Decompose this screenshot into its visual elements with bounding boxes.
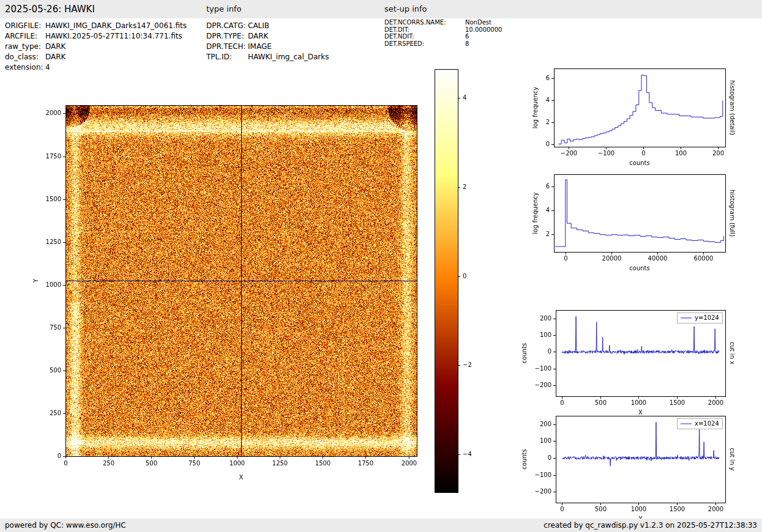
- info-value: DARK: [45, 42, 65, 52]
- type-info-heading: type info: [206, 0, 242, 18]
- info-label: ARCFILE:: [5, 31, 45, 42]
- header-bar: 2025-05-26: HAWKI type info set-up info: [0, 0, 762, 18]
- info-row: DET.NCORRS.NAME:NonDest: [384, 19, 502, 26]
- footer-right-text: created by qc_rawdisp.py v1.2.3 on 2025-…: [543, 521, 757, 530]
- info-value: CALIB: [248, 21, 269, 31]
- info-value: DARK: [45, 52, 65, 62]
- info-label: DPR.TYPE:: [206, 31, 248, 42]
- cut-in-y-canvas: [520, 405, 762, 528]
- info-row: ORIGFILE:HAWKI_IMG_DARK_Darks147_0061.fi…: [5, 21, 187, 31]
- histogram-detail-canvas: [520, 58, 762, 171]
- info-label: extension:: [5, 62, 45, 73]
- cut-in-x-canvas: [520, 300, 762, 422]
- info-row: DET.NDIT:6: [384, 33, 502, 40]
- file-info-block: ORIGFILE:HAWKI_IMG_DARK_Darks147_0061.fi…: [5, 21, 187, 73]
- info-value: HAWKI_img_cal_Darks: [248, 52, 329, 62]
- info-row: do_class:DARK: [5, 52, 187, 62]
- info-row: extension:4: [5, 62, 187, 73]
- setup-info-heading: set-up info: [384, 0, 427, 18]
- info-value: 8: [465, 40, 469, 48]
- info-label: DET.DIT:: [384, 26, 465, 34]
- info-label: DPR.TECH:: [206, 42, 248, 52]
- page-title: 2025-05-26: HAWKI: [5, 0, 95, 18]
- info-row: DPR.TYPE:DARK: [206, 31, 329, 42]
- setup-info-block: DET.NCORRS.NAME:NonDestDET.DIT:10.000000…: [384, 19, 502, 47]
- info-label: DET.NDIT:: [384, 33, 465, 40]
- info-row: DET.DIT:10.0000000: [384, 26, 502, 34]
- info-label: TPL.ID:: [206, 52, 248, 62]
- info-label: raw_type:: [5, 42, 45, 52]
- type-info-block: DPR.CATG:CALIBDPR.TYPE:DARKDPR.TECH:IMAG…: [206, 21, 329, 62]
- info-value: HAWKI.2025-05-27T11:10:34.771.fits: [45, 31, 182, 42]
- info-value: 6: [465, 33, 469, 40]
- histogram-full-canvas: [520, 164, 762, 277]
- footer-left-text: powered by QC: www.eso.org/HC: [5, 521, 126, 530]
- colorbar-canvas: [427, 61, 495, 508]
- info-label: DET.NCORRS.NAME:: [384, 19, 465, 26]
- info-label: DPR.CATG:: [206, 21, 248, 31]
- info-row: DPR.TECH:IMAGE: [206, 42, 329, 52]
- info-row: DET.RSPEED:8: [384, 40, 502, 48]
- info-value: 4: [45, 62, 50, 73]
- info-row: TPL.ID:HAWKI_img_cal_Darks: [206, 52, 329, 62]
- info-row: DPR.CATG:CALIB: [206, 21, 329, 31]
- info-row: ARCFILE:HAWKI.2025-05-27T11:10:34.771.fi…: [5, 31, 187, 42]
- qc-report-page: 2025-05-26: HAWKI type info set-up info …: [0, 0, 762, 532]
- info-value: DARK: [248, 31, 268, 42]
- info-label: DET.RSPEED:: [384, 40, 465, 48]
- raw-image-canvas: [12, 78, 428, 489]
- info-value: IMAGE: [248, 42, 272, 52]
- info-row: raw_type:DARK: [5, 42, 187, 52]
- info-value: 10.0000000: [465, 26, 502, 34]
- info-value: NonDest: [465, 19, 491, 26]
- info-label: do_class:: [5, 52, 45, 62]
- info-label: ORIGFILE:: [5, 21, 45, 31]
- info-value: HAWKI_IMG_DARK_Darks147_0061.fits: [45, 21, 187, 31]
- footer-bar: powered by QC: www.eso.org/HC created by…: [0, 519, 762, 532]
